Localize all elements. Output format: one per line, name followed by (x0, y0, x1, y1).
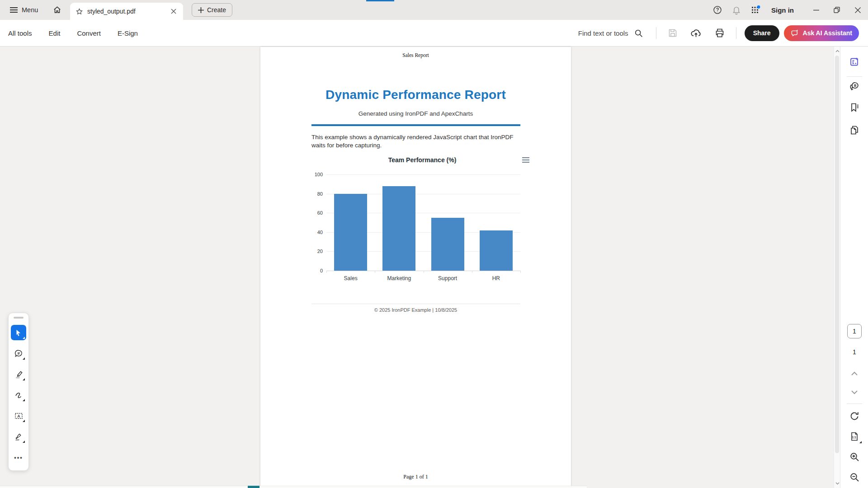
rail-divider (847, 404, 862, 404)
print-button[interactable] (712, 25, 727, 41)
bookmarks-panel-button[interactable] (849, 102, 860, 113)
ellipsis-icon: ••• (14, 454, 23, 461)
chart-plot: 100806040200 (326, 174, 520, 271)
total-pages-label: 1 (840, 348, 868, 356)
text-box-icon: A (14, 411, 24, 421)
chart-category-label: Marketing (375, 275, 423, 282)
zoom-in-button[interactable] (849, 451, 860, 462)
doc-footer-text: © 2025 IronPDF Example | 10/8/2025 (260, 307, 571, 313)
draw-tool-button[interactable] (11, 387, 26, 403)
chart-category-label: Support (424, 275, 472, 282)
menu-label: Menu (22, 6, 38, 14)
create-button[interactable]: Create (192, 3, 232, 17)
bookmark-icon (849, 102, 860, 113)
chart-xlabels: SalesMarketingSupportHR (326, 275, 520, 282)
doc-body-text: This example shows a dynamically rendere… (311, 133, 516, 150)
ai-assistant-panel-button[interactable] (849, 56, 860, 67)
upload-cloud-button[interactable] (689, 25, 704, 41)
rail-divider (847, 76, 862, 77)
actual-size-button[interactable]: 1:1 (849, 431, 860, 442)
ai-chat-icon (791, 29, 799, 38)
taskbar-accent-mark (248, 486, 259, 488)
chart-category-label: Sales (326, 275, 375, 282)
page-number-input[interactable]: 1 (847, 324, 862, 338)
page-thumbnails-panel-button[interactable] (849, 125, 860, 136)
next-page-button[interactable] (849, 387, 860, 398)
ask-ai-assistant-button[interactable]: Ask AI Assistant (784, 25, 859, 41)
svg-text:1:1: 1:1 (852, 436, 856, 439)
toolbar: All tools Edit Convert E-Sign Find text … (0, 20, 868, 47)
bar-chart: Team Performance (%) 100806040200 SalesM… (311, 154, 533, 289)
chart-ytick-label: 0 (307, 268, 323, 273)
comments-panel-button[interactable] (849, 81, 860, 92)
comment-bubble-icon (14, 349, 24, 358)
share-button[interactable]: Share (745, 25, 779, 41)
more-tools-button[interactable]: ••• (11, 450, 26, 465)
select-tool-button[interactable] (11, 325, 26, 340)
notifications-bell-icon[interactable] (730, 3, 743, 17)
chart-title: Team Performance (%) (311, 156, 533, 164)
tab-all-tools[interactable]: All tools (8, 29, 32, 37)
menu-button[interactable]: Menu (10, 4, 38, 16)
create-label: Create (207, 6, 226, 14)
save-button[interactable] (665, 25, 680, 41)
tab-title: styled_output.pdf (87, 8, 165, 15)
zoom-out-button[interactable] (849, 472, 860, 483)
text-box-tool-button[interactable]: A (11, 408, 26, 423)
previous-page-button[interactable] (849, 368, 860, 379)
vertical-scrollbar[interactable] (834, 47, 840, 488)
window-restore-button[interactable] (826, 0, 847, 20)
signature-pen-icon (14, 432, 24, 441)
highlight-tool-button[interactable] (11, 366, 26, 382)
tab-e-sign[interactable]: E-Sign (118, 29, 138, 37)
doc-header-text: Sales Report (260, 52, 571, 58)
panel-drag-handle[interactable] (14, 317, 24, 319)
tab-convert[interactable]: Convert (77, 29, 101, 37)
doc-footer-rule (311, 304, 520, 304)
tab-edit[interactable]: Edit (49, 29, 61, 37)
highlighter-icon (14, 370, 24, 379)
star-icon[interactable] (75, 8, 83, 15)
sign-tool-button[interactable] (11, 429, 26, 444)
window-minimize-button[interactable] (806, 0, 826, 20)
chart-ytick-label: 80 (307, 191, 323, 197)
chart-ytick-label: 20 (307, 249, 323, 254)
page-number-value: 1 (853, 328, 856, 335)
ask-ai-label: Ask AI Assistant (803, 29, 852, 37)
chart-menu-icon[interactable] (521, 156, 530, 164)
plus-icon (198, 7, 204, 13)
chart-category-label: HR (472, 275, 520, 282)
document-tab[interactable]: styled_output.pdf (70, 3, 183, 20)
zoom-out-icon (849, 472, 860, 483)
chart-bar-marketing (382, 186, 415, 271)
pdf-page: Sales Report Dynamic Performance Report … (260, 47, 571, 488)
ai-document-sparkle-icon (849, 56, 860, 67)
doc-subtitle: Generated using IronPDF and ApexCharts (260, 110, 571, 117)
doc-accent-rule (311, 124, 520, 126)
quick-tools-panel: A ••• (8, 313, 29, 471)
chart-ytick-label: 100 (307, 172, 323, 177)
refresh-button[interactable] (849, 411, 860, 422)
tab-close-icon[interactable] (170, 7, 178, 15)
find-text-control[interactable]: Find text or tools (578, 28, 643, 38)
home-button[interactable] (51, 4, 63, 16)
svg-text:A: A (17, 413, 20, 418)
sign-in-button[interactable]: Sign in (771, 6, 794, 14)
scrollbar-thumb[interactable] (835, 56, 839, 453)
help-button[interactable] (711, 3, 724, 17)
doc-page-number-label: Page 1 of 1 (260, 474, 571, 480)
chart-bar-support (431, 218, 464, 271)
chart-bar-hr (480, 230, 513, 271)
window-close-button[interactable] (847, 0, 868, 20)
scroll-down-arrow-icon[interactable] (834, 480, 840, 487)
chart-ytick-label: 40 (307, 230, 323, 235)
hamburger-icon (10, 7, 18, 13)
pages-copy-icon (849, 125, 860, 136)
document-viewer: Sales Report Dynamic Performance Report … (0, 47, 834, 488)
scroll-up-arrow-icon[interactable] (834, 47, 840, 55)
find-label: Find text or tools (578, 29, 628, 37)
draw-squiggle-icon (14, 390, 24, 400)
search-icon (634, 28, 643, 38)
apps-grid-icon[interactable] (749, 3, 762, 17)
comment-tool-button[interactable] (11, 346, 26, 361)
